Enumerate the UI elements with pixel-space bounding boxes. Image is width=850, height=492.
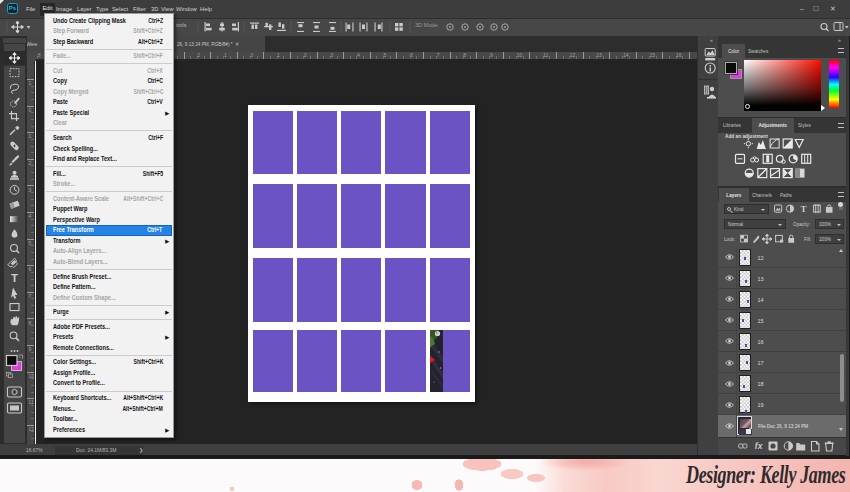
svg-text:T: T: [800, 204, 806, 214]
svg-text:fx: fx: [755, 441, 764, 451]
svg-text:T: T: [11, 272, 18, 284]
